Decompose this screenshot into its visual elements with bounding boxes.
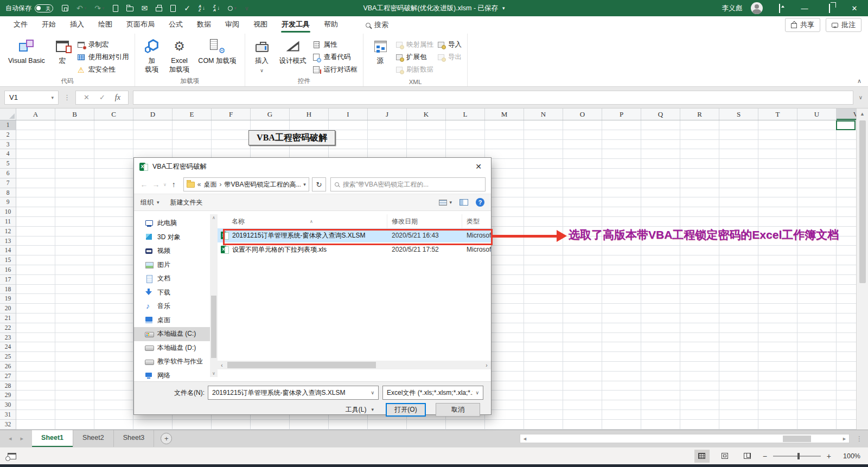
column-header-name[interactable]: 名称∧ [218,214,387,228]
breadcrumb-folder[interactable]: 带VBA密码锁定工程的高... [224,180,301,189]
cancel-button[interactable]: 取消 [436,403,480,417]
zoom-slider-thumb[interactable] [797,453,800,459]
addins-button[interactable]: 加 载项 [141,36,163,75]
hscroll-right-icon[interactable]: › [482,362,491,368]
print-preview-button[interactable] [170,5,176,12]
tree-scroll-up-icon[interactable]: ∧ [210,215,218,220]
row-header-24[interactable]: 24 [0,342,16,352]
file-row[interactable]: 设置不同单元格的下拉列表项.xls2020/5/21 17:52Microsof… [218,242,491,257]
column-header-U[interactable]: U [797,108,837,120]
row-header-13[interactable]: 13 [0,236,16,246]
hscroll-track[interactable] [226,361,482,369]
email-button[interactable]: ✉ [142,4,148,12]
column-header-K[interactable]: K [407,108,446,120]
help-button[interactable] [476,198,484,207]
view-code-button[interactable]: 查看代码 [312,53,358,62]
expansion-packs-button[interactable]: 扩展包 [395,53,433,62]
column-header-B[interactable]: B [55,108,94,120]
tab-page-layout[interactable]: 页面布局 [119,16,162,34]
hscroll-thumb[interactable] [227,362,376,368]
restore-button[interactable] [821,4,838,12]
autosave-toggle[interactable]: 自动保存 关 [5,4,53,13]
row-header-26[interactable]: 26 [0,362,16,372]
breadcrumb-chevrons[interactable]: « [197,181,201,188]
preview-pane-button[interactable] [459,199,468,206]
selected-cell[interactable] [836,120,856,130]
tree-item-disk-c[interactable]: 本地磁盘 (C:) [134,327,210,341]
tree-item-disk-edu[interactable]: 教学软件与作业 [134,355,210,369]
row-header-6[interactable]: 6 [0,169,16,178]
avatar[interactable] [751,2,763,14]
grid-hscroll-thumb[interactable] [783,436,811,442]
row-header-11[interactable]: 11 [0,217,16,227]
row-header-16[interactable]: 16 [0,265,16,275]
redo-button[interactable]: ↷▾ [94,4,104,12]
row-header-18[interactable]: 18 [0,285,16,295]
macro-security-button[interactable]: ⚠宏安全性 [77,65,129,74]
quick-print-button[interactable] [156,5,162,11]
xml-source-button[interactable]: 源 [369,36,392,67]
file-list-hscrollbar[interactable]: ‹ › [218,361,491,369]
tab-formulas[interactable]: 公式 [162,16,190,34]
column-header-Q[interactable]: Q [641,108,680,120]
row-header-14[interactable]: 14 [0,246,16,255]
tools-button[interactable]: 工具(L) ▾ [346,405,374,414]
tree-scrollbar[interactable]: ∧ ∨ [210,214,218,377]
file-row[interactable]: 20191215订单管理系统-窗体录入查询S.XLSM2020/5/21 16:… [218,228,491,242]
touch-mode-button[interactable]: ▾ [228,6,237,11]
column-header-R[interactable]: R [680,108,719,120]
properties-button[interactable]: 属性 [312,40,358,49]
column-header-V[interactable]: V [837,108,856,120]
tree-item-3d-objects[interactable]: 3D 对象 [134,231,210,245]
collapse-ribbon-button[interactable]: ∧ [857,78,861,85]
row-header-28[interactable]: 28 [0,381,16,391]
sheet-tab-sheet1[interactable]: Sheet1 [32,430,73,447]
import-button[interactable]: 导入 [437,40,462,49]
row-header-9[interactable]: 9 [0,197,16,207]
row-header-8[interactable]: 8 [0,188,16,198]
column-header-D[interactable]: D [133,108,173,120]
row-header-2[interactable]: 2 [0,130,16,140]
macro-record-icon[interactable] [8,453,16,459]
tab-draw[interactable]: 绘图 [91,16,119,34]
share-button[interactable]: 共享 [785,18,820,32]
new-folder-button[interactable]: 新建文件夹 [170,198,203,207]
tree-item-network[interactable]: 网络 [134,369,210,382]
row-header-10[interactable]: 10 [0,207,16,217]
row-header-3[interactable]: 3 [0,140,16,150]
organize-button[interactable]: 组织 ▾ [141,198,159,207]
design-mode-button[interactable]: 设计模式 [277,36,309,67]
tab-file[interactable]: 文件 [7,16,35,34]
save-button[interactable] [62,5,68,11]
insert-control-button[interactable]: 插入 ∨ [251,36,273,75]
tab-data[interactable]: 数据 [190,16,218,34]
record-macro-button[interactable]: 录制宏 [77,40,129,49]
formula-input[interactable] [133,91,853,105]
tree-item-desktop[interactable]: 桌面 [134,314,210,328]
row-header-20[interactable]: 20 [0,304,16,314]
vertical-scrollbar[interactable]: ▲ [856,108,868,430]
tab-view[interactable]: 视图 [246,16,275,34]
new-file-button[interactable] [113,5,118,12]
name-box[interactable]: V1 ▾ [4,91,59,105]
sheet-nav-left-icon[interactable]: ◂ [9,435,12,442]
tree-item-this-pc[interactable]: 此电脑 [134,216,210,231]
column-header-N[interactable]: N [524,108,563,120]
row-header-17[interactable]: 17 [0,275,16,285]
tree-item-videos[interactable]: 视频 [134,244,210,258]
comments-button[interactable]: 批注 [826,18,861,32]
column-header-J[interactable]: J [368,108,407,120]
tree-scroll-down-icon[interactable]: ∨ [210,371,218,376]
com-addins-button[interactable]: ⚙ COM 加载项 [195,36,239,67]
row-header-30[interactable]: 30 [0,400,16,410]
tab-insert[interactable]: 插入 [63,16,91,34]
page-break-view-button[interactable] [740,450,755,463]
add-sheet-button[interactable]: + [161,433,172,444]
grid-hscroll-right-icon[interactable]: ► [842,436,847,442]
tree-scroll-thumb[interactable] [211,296,216,358]
tab-review[interactable]: 审阅 [218,16,246,34]
grid-hscroll-left-icon[interactable]: ◄ [522,436,527,442]
column-header-date[interactable]: 修改日期 [387,214,462,228]
breadcrumb-root[interactable]: 桌面 [204,180,217,189]
column-header-M[interactable]: M [485,108,524,120]
